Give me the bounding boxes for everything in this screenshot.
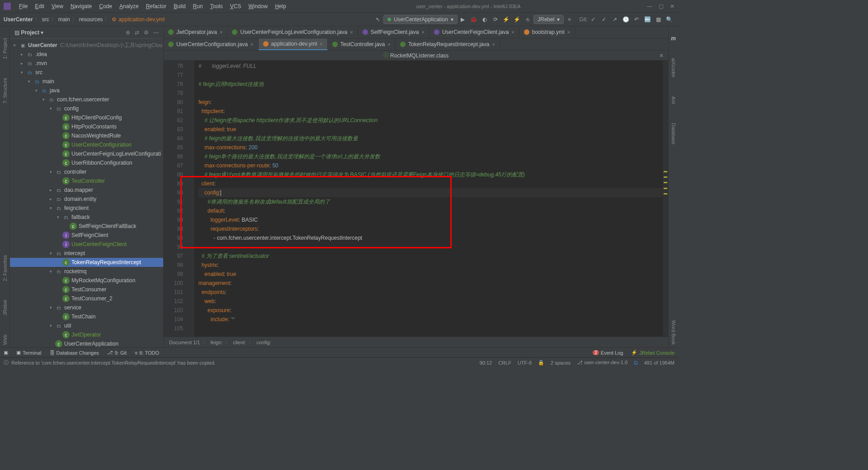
git-push-icon[interactable]: ↗ xyxy=(610,15,619,24)
crumb-class[interactable]: RocketMQListener.class xyxy=(390,52,448,59)
stop-icon[interactable]: ■ xyxy=(565,15,574,24)
menu-analyze[interactable]: Analyze xyxy=(116,3,142,9)
readonly-icon[interactable]: 🔒 xyxy=(538,360,544,366)
code-editor[interactable]: 7677787980818283848586878889909192939495… xyxy=(164,61,668,337)
google-icon[interactable]: G xyxy=(634,360,638,366)
line-separator[interactable]: CRLF xyxy=(498,360,511,366)
git-branch[interactable]: ⎇ user-center-dev-1.0 xyxy=(577,360,627,366)
menu-view[interactable]: View xyxy=(48,3,67,9)
tree-node[interactable]: iUserCenterFeignClient xyxy=(10,240,163,249)
tree-node[interactable]: cTestController xyxy=(10,176,163,185)
web-tool-tab[interactable]: Web xyxy=(2,332,8,347)
tree-node[interactable]: cMyRocketMqConfiguration xyxy=(10,276,163,285)
breadcrumb-part[interactable]: main xyxy=(58,16,70,23)
search-icon[interactable]: 🔍 xyxy=(665,15,674,24)
tree-node[interactable]: ▾🗀config xyxy=(10,104,163,113)
editor-tab[interactable]: TokenRelayRequestIntercept.java× xyxy=(396,38,500,50)
memory-indicator[interactable]: 491 of 1964M xyxy=(644,360,675,366)
database-tool-tab[interactable]: Database xyxy=(671,120,676,147)
editor-scrollbar[interactable] xyxy=(663,61,668,337)
tree-node[interactable]: iSelfFeignClient xyxy=(10,231,163,240)
editor-tab[interactable]: UserCenterFeignClient.java× xyxy=(429,26,519,38)
jrebel-debug-icon[interactable]: ⚡ xyxy=(513,15,522,24)
menu-run[interactable]: Run xyxy=(189,3,207,9)
editor-tab[interactable]: JwtOperator.java× xyxy=(164,26,227,38)
editor-tab[interactable]: UserCenterFeignLogLevelConfiguration.jav… xyxy=(227,26,358,38)
git-rollback-icon[interactable]: ↶ xyxy=(632,15,641,24)
minimize-icon[interactable]: — xyxy=(647,3,652,9)
wordbook-tool-tab[interactable]: Word Book xyxy=(671,318,676,347)
code-crumb[interactable]: feign: xyxy=(210,340,222,345)
breadcrumb-part[interactable]: src xyxy=(42,16,49,23)
indent-setting[interactable]: 2 spaces xyxy=(551,360,571,366)
tree-node[interactable]: ▾🗀feignclient xyxy=(10,204,163,213)
tree-node[interactable]: ▾🗀rocketmq xyxy=(10,267,163,276)
editor-tab[interactable]: application-dev.yml× xyxy=(259,38,328,50)
close-icon[interactable]: × xyxy=(350,29,353,35)
jrebel-console-tool[interactable]: ⚡ JRebel Console xyxy=(631,350,675,356)
tree-node[interactable]: cTokenRelayRequestIntercept xyxy=(10,258,163,267)
tree-node[interactable]: cHttpClientPoolConfig xyxy=(10,113,163,122)
tree-node[interactable]: ▾🗀main xyxy=(10,77,163,86)
menu-window[interactable]: Window xyxy=(245,3,271,9)
ant-tool-tab[interactable]: Ant xyxy=(671,94,676,107)
structure-tool-tab[interactable]: 7: Structure xyxy=(2,75,8,106)
jrebel-run-icon[interactable]: ⚡ xyxy=(502,15,511,24)
profile-icon[interactable]: ⟳ xyxy=(491,15,500,24)
file-encoding[interactable]: UTF-8 xyxy=(518,360,532,366)
tree-node[interactable]: cUserRibbonConfiguration xyxy=(10,158,163,167)
menu-navigate[interactable]: Navigate xyxy=(67,3,95,9)
favorites-tool-tab[interactable]: 2: Favorites xyxy=(2,252,8,284)
todo-tool[interactable]: ≡ 6: TODO xyxy=(135,350,159,356)
tree-node[interactable]: ▾🗀src xyxy=(10,68,163,77)
tree-node[interactable]: cUserCenterApplication xyxy=(10,339,163,347)
git-commit-icon[interactable]: ✓ xyxy=(599,15,609,24)
breadcrumb-part[interactable]: resources xyxy=(79,16,103,23)
tool-window-toggle-icon[interactable]: ▣ xyxy=(4,350,8,356)
locate-icon[interactable]: ⊕ xyxy=(126,29,130,36)
attach-icon[interactable]: ⎋ xyxy=(524,15,533,24)
gear-icon[interactable]: ⚙ xyxy=(144,29,149,36)
fold-gutter[interactable] xyxy=(189,61,194,337)
menu-vcs[interactable]: VCS xyxy=(226,3,245,9)
tree-node[interactable]: cUserCenterFeignLogLevelConfigurati xyxy=(10,149,163,158)
close-icon[interactable]: ✕ xyxy=(670,3,675,9)
menu-edit[interactable]: Edit xyxy=(31,3,48,9)
terminal-tool[interactable]: ▣ Terminal xyxy=(16,350,42,356)
maven-tool-tab[interactable]: m xyxy=(671,35,676,42)
run-icon[interactable]: ▶ xyxy=(458,15,467,24)
tree-node[interactable]: ▾🗀intercept xyxy=(10,249,163,258)
tree-node[interactable]: ▾🗀java xyxy=(10,86,163,95)
translate-icon[interactable]: 🔤 xyxy=(643,15,652,24)
git-tool[interactable]: ⎇ 9: Git xyxy=(107,350,127,356)
menu-refactor[interactable]: Refactor xyxy=(142,3,170,9)
dbchanges-tool[interactable]: 🗄 Database Changes xyxy=(50,350,99,356)
project-tool-tab[interactable]: 1: Project xyxy=(2,35,8,62)
cursor-position[interactable]: 90:12 xyxy=(480,360,492,366)
jrebel-dropdown[interactable]: JRebel ▾ xyxy=(533,15,564,24)
close-icon[interactable]: ✕ xyxy=(659,52,664,59)
close-icon[interactable]: × xyxy=(421,29,424,35)
debug-icon[interactable]: 🐞 xyxy=(469,15,478,24)
editor-tab[interactable]: bootstrap.yml× xyxy=(519,26,575,38)
jrebel-tool-tab[interactable]: JRebel xyxy=(2,297,8,318)
tree-node[interactable]: cTestConsumer_2 xyxy=(10,294,163,303)
code-crumb[interactable]: config: xyxy=(256,340,271,345)
project-tree[interactable]: ▾▣UserCenterC:\Users\fchen\Desktop\小工具\s… xyxy=(10,39,163,347)
build-icon[interactable]: ↖ xyxy=(373,15,382,24)
maximize-icon[interactable]: ▢ xyxy=(659,3,664,9)
tree-node[interactable]: cTestChain xyxy=(10,312,163,321)
tree-node[interactable]: cUserCenterConfiguration xyxy=(10,140,163,149)
project-view-dropdown[interactable]: ▤ Project ▾ xyxy=(14,29,43,36)
git-update-icon[interactable]: ✓ xyxy=(589,15,598,24)
expand-icon[interactable]: ⇄ xyxy=(135,29,139,36)
tree-node[interactable]: ▾🗀controller xyxy=(10,167,163,176)
tree-node[interactable]: ▸🗀.mvn xyxy=(10,59,163,68)
close-icon[interactable]: × xyxy=(388,42,391,47)
breadcrumb-part[interactable]: UserCenter xyxy=(4,16,33,23)
tree-node[interactable]: ▸🗀.idea xyxy=(10,50,163,59)
close-icon[interactable]: × xyxy=(250,42,253,47)
editor-tab[interactable]: UserCenterConfiguration.java× xyxy=(164,38,259,50)
tree-node[interactable]: cJwtOperator xyxy=(10,330,163,339)
tree-root[interactable]: ▾▣UserCenterC:\Users\fchen\Desktop\小工具\s… xyxy=(10,41,163,50)
